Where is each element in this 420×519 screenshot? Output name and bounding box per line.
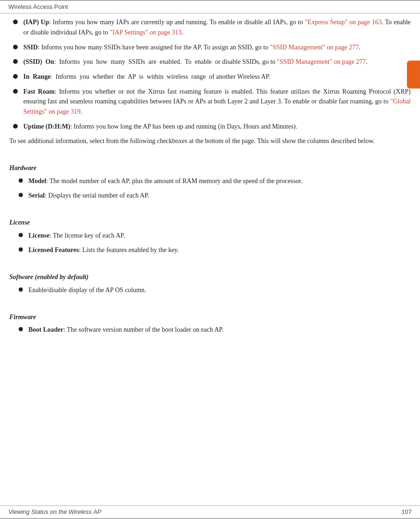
bullet-text: Boot Loader: The software version number…	[28, 325, 411, 335]
page-wrapper: Wireless Access Point (IAP) Up: Informs …	[0, 0, 420, 519]
bold-label: Boot Loader	[28, 326, 63, 333]
footer-left-text: Viewing Status on the Wireless AP	[8, 507, 101, 517]
list-item: Uptime (D:H:M): Informs you how long the…	[9, 122, 411, 132]
bold-label: Licensed Features	[28, 246, 79, 253]
bullet-text: (SSID) On: Informs you how many SSIDs ar…	[23, 57, 411, 67]
bold-label: (IAP) Up	[23, 19, 49, 26]
main-content: (IAP) Up: Informs you how many IAPs are …	[0, 14, 420, 505]
link[interactable]: "SSID Management" on page 277	[270, 44, 358, 51]
list-item: Boot Loader: The software version number…	[19, 325, 411, 335]
bottom-footer: Viewing Status on the Wireless AP 107	[0, 505, 420, 519]
license-list: License: The license key of each AP. Lic…	[9, 231, 411, 255]
list-item: License: The license key of each AP.	[19, 231, 411, 241]
list-item: (SSID) On: Informs you how many SSIDs ar…	[9, 57, 411, 67]
firmware-list: Boot Loader: The software version number…	[9, 325, 411, 335]
bold-label: Serial	[28, 192, 45, 199]
bullet-dot	[19, 193, 23, 197]
bullet-dot	[13, 59, 18, 64]
bullet-text: Enable/disable display of the AP OS colu…	[28, 285, 411, 295]
bullet-text: Model: The model number of each AP, plus…	[28, 176, 411, 186]
main-bullet-list: (IAP) Up: Informs you how many IAPs are …	[9, 17, 411, 131]
para-text: To see additional information, select fr…	[9, 136, 411, 146]
link[interactable]: "IAP Settings" on page 313	[110, 29, 182, 36]
link[interactable]: "Global Settings" on page 319	[23, 98, 411, 115]
list-item: Licensed Features: Lists the features en…	[19, 245, 411, 255]
hardware-list: Model: The model number of each AP, plus…	[9, 176, 411, 201]
orange-tab	[407, 61, 420, 89]
bullet-text: In Range: Informs you whether the AP is …	[23, 72, 411, 82]
link[interactable]: "Express Setup" on page 163	[305, 19, 382, 26]
bullet-text: License: The license key of each AP.	[28, 231, 411, 241]
list-item: In Range: Informs you whether the AP is …	[9, 72, 411, 82]
list-item: Serial: Displays the serial number of ea…	[19, 191, 411, 201]
list-item: Model: The model number of each AP, plus…	[19, 176, 411, 186]
bullet-text: Fast Roam: Informs you whether or not th…	[23, 87, 411, 117]
bullet-dot	[13, 74, 18, 79]
list-item: Enable/disable display of the AP OS colu…	[19, 285, 411, 295]
bullet-dot	[13, 89, 18, 94]
footer-right-text: 107	[401, 507, 412, 517]
bold-label: Fast Roam	[23, 88, 55, 95]
top-header: Wireless Access Point	[0, 0, 420, 14]
bullet-text: (IAP) Up: Informs you how many IAPs are …	[23, 17, 411, 37]
bold-label: In Range	[23, 73, 50, 80]
list-item: Fast Roam: Informs you whether or not th…	[9, 87, 411, 117]
bullet-dot	[13, 20, 18, 24]
bullet-text: SSID: Informs you how many SSIDs have be…	[23, 42, 411, 53]
section-header-firmware: Firmware	[9, 312, 411, 322]
bold-label: License	[28, 232, 49, 239]
bullet-dot	[19, 247, 23, 252]
link[interactable]: "SSID Management" on page 277	[277, 58, 365, 65]
bold-label: SSID	[23, 44, 38, 51]
bullet-dot	[19, 178, 23, 183]
list-item: SSID: Informs you how many SSIDs have be…	[9, 42, 411, 53]
section-header-software: Software (enabled by default)	[9, 272, 411, 282]
bullet-dot	[19, 287, 23, 292]
bullet-dot	[19, 233, 23, 237]
software-list: Enable/disable display of the AP OS colu…	[9, 285, 411, 295]
bold-label: Model	[28, 178, 46, 184]
bold-label: (SSID) On	[23, 58, 54, 65]
bullet-text: Serial: Displays the serial number of ea…	[28, 191, 411, 201]
bullet-dot	[19, 327, 23, 331]
section-header-hardware: Hardware	[9, 163, 411, 173]
list-item: (IAP) Up: Informs you how many IAPs are …	[9, 17, 411, 37]
bullet-dot	[13, 124, 18, 129]
bullet-dot	[13, 45, 18, 49]
section-header-license: License	[9, 218, 411, 228]
page-header-title: Wireless Access Point	[8, 2, 68, 12]
bullet-text: Uptime (D:H:M): Informs you how long the…	[23, 122, 411, 132]
bullet-text: Licensed Features: Lists the features en…	[28, 245, 411, 255]
bold-label: Uptime (D:H:M)	[23, 123, 70, 130]
